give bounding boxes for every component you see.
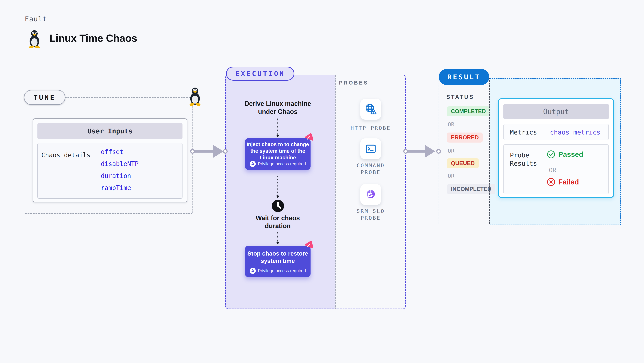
input-value-offset: offset (101, 148, 124, 156)
user-inputs-header: User Inputs (38, 123, 182, 139)
command-probe-card (360, 138, 381, 159)
privilege-note-row: Privilege access required (245, 161, 310, 167)
srm-slo-probe-label: SRM SLO PROBE (353, 208, 388, 221)
tune-to-execution-arrow (194, 150, 214, 152)
failed-x-icon (547, 178, 555, 186)
http-probe-label: HTTP PROBE (346, 125, 396, 132)
http-probe-icon (364, 103, 377, 116)
privilege-note: Privilege access required (258, 161, 306, 166)
metrics-label: Metrics (510, 128, 537, 136)
or-separator: OR (549, 166, 556, 174)
status-pill-errored: ERRORED (447, 132, 483, 142)
lock-icon (250, 268, 256, 274)
failed-label: Failed (558, 178, 579, 186)
page-title: Linux Time Chaos (50, 32, 137, 44)
stop-chaos-step: Stop chaos to restore system time Privil… (245, 246, 310, 277)
flow-arrow-head (276, 135, 280, 138)
metrics-value: chaos metrics (550, 128, 600, 136)
result-badge: RESULT (439, 69, 489, 85)
or-separator: OR (448, 173, 454, 179)
wait-step-text: Wait for chaos duration (248, 214, 307, 230)
tux-penguin-icon (27, 30, 42, 48)
chaos-brand-icon (303, 133, 314, 144)
tux-penguin-corner-icon (188, 87, 202, 106)
input-value-ramptime: rampTime (101, 184, 131, 192)
derive-step-text: Derive Linux machine under Chaos (242, 100, 314, 116)
chaos-details-label: Chaos details (41, 152, 90, 159)
status-pill-completed: COMPLETED (447, 106, 490, 116)
result-zone-divider (489, 78, 490, 224)
fault-eyebrow: Fault (25, 15, 47, 23)
srm-slo-probe-card (360, 184, 381, 205)
connector-node (190, 149, 195, 154)
flow-arrow-head (276, 242, 280, 245)
wait-clock-icon (272, 200, 284, 212)
chaos-brand-icon (303, 240, 314, 252)
http-probe-card (360, 99, 381, 120)
lock-icon (250, 161, 256, 167)
or-separator: OR (448, 148, 454, 154)
passed-label: Passed (558, 150, 583, 158)
privilege-note-row: Privilege access required (245, 268, 310, 274)
execution-to-result-arrow (407, 150, 426, 152)
inject-chaos-text: Inject chaos to to change the system tim… (246, 141, 309, 161)
execution-to-result-arrowhead (425, 145, 435, 158)
connector-node (403, 149, 408, 154)
metrics-row: Metrics chaos metrics (504, 124, 609, 140)
srm-slo-probe-icon (364, 188, 377, 201)
probes-section-label: PROBES (339, 80, 368, 86)
execution-probes-divider (336, 75, 336, 309)
privilege-note: Privilege access required (258, 268, 306, 273)
stop-chaos-text: Stop chaos to restore system time (246, 250, 309, 264)
connector-node (223, 149, 228, 154)
failed-verdict: Failed (547, 178, 579, 186)
passed-verdict: Passed (547, 150, 583, 159)
command-probe-label: COMMAND PROBE (353, 162, 388, 176)
flow-arrow-line (278, 232, 278, 242)
linux-time-chaos-diagram: Fault Linux Time Chaos TUNE User Inputs … (0, 0, 644, 363)
command-probe-icon (364, 142, 377, 155)
tune-badge: TUNE (24, 90, 65, 105)
input-value-disablentp: disableNTP (101, 160, 138, 168)
flow-arrow-line (278, 176, 278, 196)
connector-node (436, 149, 441, 154)
user-inputs-card: User Inputs Chaos details offset disable… (32, 118, 187, 202)
inject-chaos-step: Inject chaos to to change the system tim… (245, 138, 310, 170)
flow-arrow-line (278, 118, 278, 135)
status-pill-queued: QUEUED (447, 158, 479, 168)
output-header: Output (504, 104, 609, 119)
or-separator: OR (448, 121, 454, 128)
user-inputs-body: Chaos details offset disableNTP duration… (38, 143, 182, 198)
status-column-label: STATUS (446, 94, 474, 100)
tune-to-execution-arrowhead (213, 145, 224, 158)
status-pill-incompleted: INCOMPLETED (447, 184, 495, 194)
probe-results-label: Probe Results (510, 151, 540, 168)
output-card: Output Metrics chaos metrics Probe Resul… (498, 98, 614, 198)
execution-badge: EXECUTION (226, 66, 294, 80)
input-value-duration: duration (101, 172, 131, 180)
flow-arrow-head (276, 196, 280, 198)
passed-check-icon (547, 150, 555, 159)
probe-results-row: Probe Results Passed OR Failed (504, 144, 609, 194)
